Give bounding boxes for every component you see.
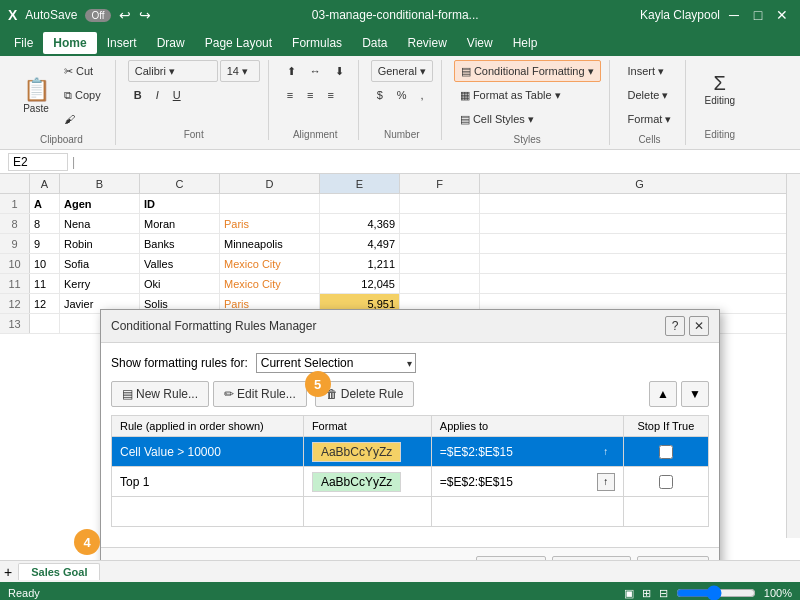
cell-sales[interactable]: 4,369: [320, 214, 400, 233]
cell-city[interactable]: Mexico City: [220, 254, 320, 273]
underline-button[interactable]: U: [167, 84, 187, 106]
dialog-close-button[interactable]: ✕: [689, 316, 709, 336]
view-page-layout-icon[interactable]: ⊞: [642, 587, 651, 600]
stop-if-true-checkbox-1[interactable]: [659, 445, 673, 459]
cell-b1[interactable]: Agen: [60, 194, 140, 213]
cell-first[interactable]: Nena: [60, 214, 140, 233]
cell-g[interactable]: [480, 274, 800, 293]
italic-button[interactable]: I: [150, 84, 165, 106]
cell-last[interactable]: Banks: [140, 234, 220, 253]
paste-button[interactable]: 📋 Paste: [16, 66, 56, 124]
move-up-button[interactable]: ▲: [649, 381, 677, 407]
cell-g[interactable]: [480, 254, 800, 273]
menu-review[interactable]: Review: [397, 32, 456, 54]
redo-icon[interactable]: ↪: [139, 7, 151, 23]
cell-first[interactable]: Robin: [60, 234, 140, 253]
cell-f1[interactable]: [400, 194, 480, 213]
vertical-scrollbar[interactable]: [786, 174, 800, 538]
format-cells-button[interactable]: Format ▾: [622, 108, 678, 130]
table-row[interactable]: Cell Value > 10000 AaBbCcYyZz =$E$2:$E$1…: [112, 437, 709, 467]
zoom-slider[interactable]: [676, 585, 756, 600]
close-button[interactable]: ✕: [772, 5, 792, 25]
menu-data[interactable]: Data: [352, 32, 397, 54]
cell-a1[interactable]: A: [30, 194, 60, 213]
percent-button[interactable]: %: [391, 84, 413, 106]
table-row[interactable]: Top 1 AaBbCcYyZz =$E$2:$E$15 ↑: [112, 467, 709, 497]
stop-if-true-checkbox-2[interactable]: [659, 475, 673, 489]
align-right-button[interactable]: ≡: [322, 84, 340, 106]
cut-button[interactable]: ✂ Cut: [58, 60, 107, 82]
cell-sales[interactable]: 1,211: [320, 254, 400, 273]
cell-id[interactable]: 9: [30, 234, 60, 253]
comma-button[interactable]: ,: [415, 84, 430, 106]
editing-button[interactable]: Σ Editing: [698, 60, 741, 118]
cell-f[interactable]: [400, 214, 480, 233]
maximize-button[interactable]: □: [748, 5, 768, 25]
number-format-selector[interactable]: General ▾: [371, 60, 433, 82]
expand-range-button-2[interactable]: ↑: [597, 473, 615, 491]
font-selector[interactable]: Calibri ▾: [128, 60, 218, 82]
delete-cells-button[interactable]: Delete ▾: [622, 84, 678, 106]
align-middle-button[interactable]: ↔: [304, 60, 327, 82]
cell-f[interactable]: [400, 274, 480, 293]
cell-f[interactable]: [400, 254, 480, 273]
ok-button[interactable]: OK: [476, 556, 546, 560]
cell-g1[interactable]: [480, 194, 800, 213]
cell-c1[interactable]: ID: [140, 194, 220, 213]
dialog-help-button[interactable]: ?: [665, 316, 685, 336]
cell-last[interactable]: Valles: [140, 254, 220, 273]
cell-city[interactable]: Mexico City: [220, 274, 320, 293]
align-center-button[interactable]: ≡: [301, 84, 319, 106]
font-size-selector[interactable]: 14 ▾: [220, 60, 260, 82]
applies-to-value-2[interactable]: =$E$2:$E$15: [440, 475, 593, 489]
cell-g[interactable]: [480, 214, 800, 233]
align-top-button[interactable]: ⬆: [281, 60, 302, 82]
minimize-button[interactable]: ─: [724, 5, 744, 25]
cell-id[interactable]: 8: [30, 214, 60, 233]
format-as-table-button[interactable]: ▦ Format as Table ▾: [454, 84, 601, 106]
copy-button[interactable]: ⧉ Copy: [58, 84, 107, 106]
show-rules-dropdown[interactable]: Current Selection: [256, 353, 416, 373]
align-bottom-button[interactable]: ⬇: [329, 60, 350, 82]
menu-help[interactable]: Help: [503, 32, 548, 54]
cell-city[interactable]: Minneapolis: [220, 234, 320, 253]
cell-first[interactable]: Kerry: [60, 274, 140, 293]
cell-g[interactable]: [480, 234, 800, 253]
cell-id[interactable]: 12: [30, 294, 60, 313]
insert-cells-button[interactable]: Insert ▾: [622, 60, 678, 82]
applies-to-value-1[interactable]: =$E$2:$E$15: [440, 445, 593, 459]
cell-reference-input[interactable]: [8, 153, 68, 171]
menu-view[interactable]: View: [457, 32, 503, 54]
view-normal-icon[interactable]: ▣: [624, 587, 634, 600]
menu-formulas[interactable]: Formulas: [282, 32, 352, 54]
menu-draw[interactable]: Draw: [147, 32, 195, 54]
cancel-button[interactable]: Cancel: [552, 556, 631, 560]
cell-styles-button[interactable]: ▤ Cell Styles ▾: [454, 108, 601, 130]
cell-sales[interactable]: 4,497: [320, 234, 400, 253]
cell-d1[interactable]: [220, 194, 320, 213]
menu-page-layout[interactable]: Page Layout: [195, 32, 282, 54]
cell-e1[interactable]: [320, 194, 400, 213]
new-rule-button[interactable]: ▤ New Rule...: [111, 381, 209, 407]
bold-button[interactable]: B: [128, 84, 148, 106]
align-left-button[interactable]: ≡: [281, 84, 299, 106]
conditional-formatting-button[interactable]: ▤ Conditional Formatting ▾: [454, 60, 601, 82]
add-sheet-button[interactable]: +: [4, 564, 12, 580]
menu-insert[interactable]: Insert: [97, 32, 147, 54]
cell-first[interactable]: Sofia: [60, 254, 140, 273]
cell-city[interactable]: Paris: [220, 214, 320, 233]
format-painter-button[interactable]: 🖌: [58, 108, 107, 130]
cell-last[interactable]: Oki: [140, 274, 220, 293]
cell-f[interactable]: [400, 234, 480, 253]
edit-rule-button[interactable]: ✏ Edit Rule...: [213, 381, 307, 407]
cell-id[interactable]: 11: [30, 274, 60, 293]
move-down-button[interactable]: ▼: [681, 381, 709, 407]
sheet-tab-sales-goal[interactable]: Sales Goal: [18, 563, 100, 580]
currency-button[interactable]: $: [371, 84, 389, 106]
view-page-break-icon[interactable]: ⊟: [659, 587, 668, 600]
cell-id[interactable]: 10: [30, 254, 60, 273]
cell-sales[interactable]: 12,045: [320, 274, 400, 293]
cell-last[interactable]: Moran: [140, 214, 220, 233]
menu-home[interactable]: Home: [43, 32, 96, 54]
cell-id[interactable]: [30, 314, 60, 333]
